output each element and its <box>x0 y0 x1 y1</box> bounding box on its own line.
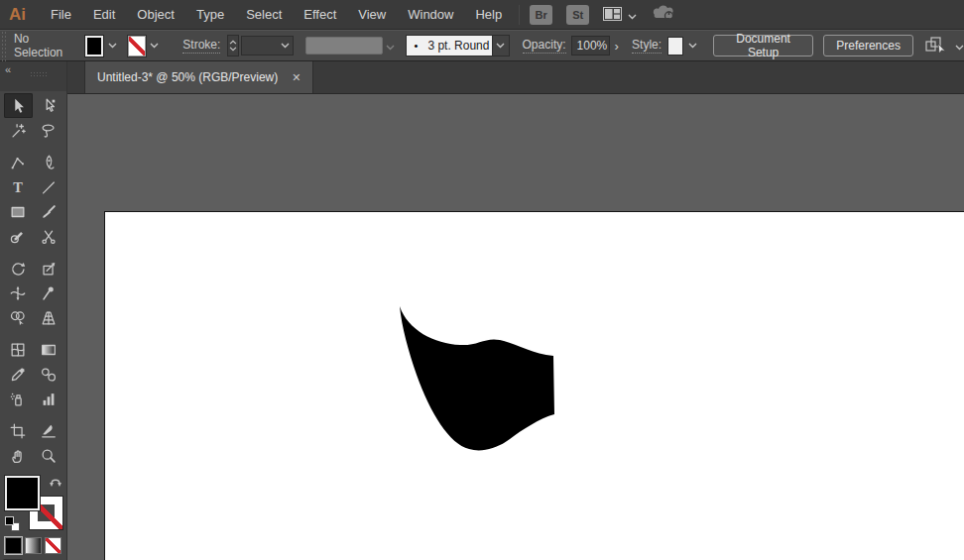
stroke-weight-stepper[interactable] <box>227 35 238 56</box>
artwork-layer <box>67 94 964 560</box>
document-setup-button[interactable]: Document Setup <box>713 35 813 56</box>
rectangle-tool[interactable] <box>4 199 33 224</box>
line-segment-tool[interactable] <box>35 174 63 199</box>
tab-bar: Untitled-3* @ 50% (RGB/Preview) ✕ <box>67 61 964 94</box>
shape-builder-tool[interactable] <box>4 305 33 330</box>
column-graph-tool[interactable] <box>35 387 63 411</box>
rotate-tool[interactable] <box>4 256 33 280</box>
stroke-color-chevron-icon[interactable] <box>148 36 161 56</box>
tools-panel: « <box>0 61 67 560</box>
style-swatch[interactable] <box>667 37 683 56</box>
swap-fill-stroke-icon[interactable] <box>49 474 62 492</box>
drawn-flag-shape[interactable] <box>400 306 554 450</box>
scale-tool[interactable] <box>35 256 63 280</box>
svg-text:T: T <box>13 178 23 194</box>
color-button[interactable] <box>5 537 22 554</box>
canvas[interactable] <box>67 94 964 560</box>
variable-width-profile-combo <box>305 37 383 55</box>
selection-status: No Selection <box>14 32 77 59</box>
zoom-tool[interactable] <box>35 443 63 468</box>
default-fill-stroke-icon[interactable] <box>5 516 20 531</box>
brush-definition-value[interactable]: • 3 pt. Round <box>406 35 493 56</box>
style-label[interactable]: Style: <box>632 38 662 54</box>
bridge-button[interactable]: Br <box>530 5 552 25</box>
opacity-label[interactable]: Opacity: <box>523 38 566 54</box>
type-tool[interactable]: T <box>4 174 33 199</box>
gradient-button[interactable] <box>25 537 42 554</box>
stroke-weight-label[interactable]: Stroke: <box>182 38 220 54</box>
stroke-weight-combo[interactable] <box>241 36 294 56</box>
magic-wand-tool[interactable] <box>4 118 33 143</box>
blend-tool[interactable] <box>35 362 63 387</box>
document-tab[interactable]: Untitled-3* @ 50% (RGB/Preview) ✕ <box>84 61 313 93</box>
menu-view[interactable]: View <box>347 0 397 30</box>
selection-tool[interactable] <box>4 93 33 118</box>
preferences-button[interactable]: Preferences <box>823 35 913 56</box>
mesh-tool[interactable] <box>4 337 33 362</box>
panel-grip-icon[interactable] <box>30 71 48 78</box>
slice-tool[interactable] <box>35 418 63 443</box>
tools-panel-header: « <box>0 61 66 91</box>
symbol-sprayer-tool[interactable] <box>4 387 33 411</box>
fill-color-swatch[interactable] <box>85 36 103 56</box>
opacity-value-field[interactable]: 100% <box>571 36 611 56</box>
menu-file[interactable]: File <box>40 0 82 30</box>
gradient-tool[interactable] <box>35 337 63 362</box>
control-bar-grip[interactable] <box>0 30 6 61</box>
menu-edit[interactable]: Edit <box>82 0 126 30</box>
fill-stroke-indicator <box>5 474 62 531</box>
direct-selection-tool[interactable] <box>35 93 63 118</box>
sync-status-icon <box>651 3 676 27</box>
menu-bar: Ai File Edit Object Type Select Effect V… <box>0 0 964 30</box>
select-similar-chevron-icon[interactable] <box>955 37 964 55</box>
hand-tool[interactable] <box>4 443 33 468</box>
menu-help[interactable]: Help <box>464 0 513 30</box>
puppet-warp-tool[interactable] <box>35 280 63 305</box>
none-button[interactable] <box>45 537 61 554</box>
arrange-documents-chevron-icon[interactable] <box>628 6 637 24</box>
lasso-tool[interactable] <box>35 118 63 143</box>
opacity-arrow-icon[interactable]: › <box>610 36 623 56</box>
tab-close-icon[interactable]: ✕ <box>292 71 301 84</box>
brush-chevron-icon[interactable] <box>493 35 510 56</box>
paint-style-buttons <box>5 537 62 554</box>
brush-definition-combo[interactable]: • 3 pt. Round <box>406 35 510 56</box>
document-tab-title: Untitled-3* @ 50% (RGB/Preview) <box>97 70 278 84</box>
fill-color-chevron-icon[interactable] <box>105 36 118 56</box>
width-tool[interactable] <box>4 280 33 305</box>
stock-button[interactable]: St <box>566 5 589 25</box>
select-similar-icon[interactable] <box>925 36 951 56</box>
menu-object[interactable]: Object <box>126 0 185 30</box>
control-bar: No Selection Stroke: • 3 pt. Round Opaci… <box>0 30 964 61</box>
paintbrush-tool[interactable] <box>35 199 63 224</box>
profile-chevron-icon <box>386 37 395 55</box>
app-logo: Ai <box>9 5 26 25</box>
collapse-panel-icon[interactable]: « <box>5 63 12 75</box>
pen-tool[interactable] <box>4 150 33 174</box>
stroke-color-swatch[interactable] <box>128 36 146 56</box>
curvature-tool[interactable] <box>35 150 63 174</box>
scissors-tool[interactable] <box>35 224 63 249</box>
artboard-tool[interactable] <box>4 418 33 443</box>
menu-type[interactable]: Type <box>185 0 235 30</box>
style-chevron-icon[interactable] <box>685 36 698 56</box>
pencil-tool[interactable] <box>4 224 33 249</box>
menu-effect[interactable]: Effect <box>293 0 347 30</box>
arrange-documents-icon[interactable] <box>603 7 622 22</box>
brush-dot-icon: • <box>415 40 419 52</box>
fill-proxy[interactable] <box>5 476 40 510</box>
menu-window[interactable]: Window <box>397 0 464 30</box>
menubar-separator <box>519 5 520 25</box>
menu-select[interactable]: Select <box>235 0 293 30</box>
brush-name: 3 pt. Round <box>427 39 489 53</box>
perspective-grid-tool[interactable] <box>35 305 63 330</box>
eyedropper-tool[interactable] <box>4 362 33 387</box>
